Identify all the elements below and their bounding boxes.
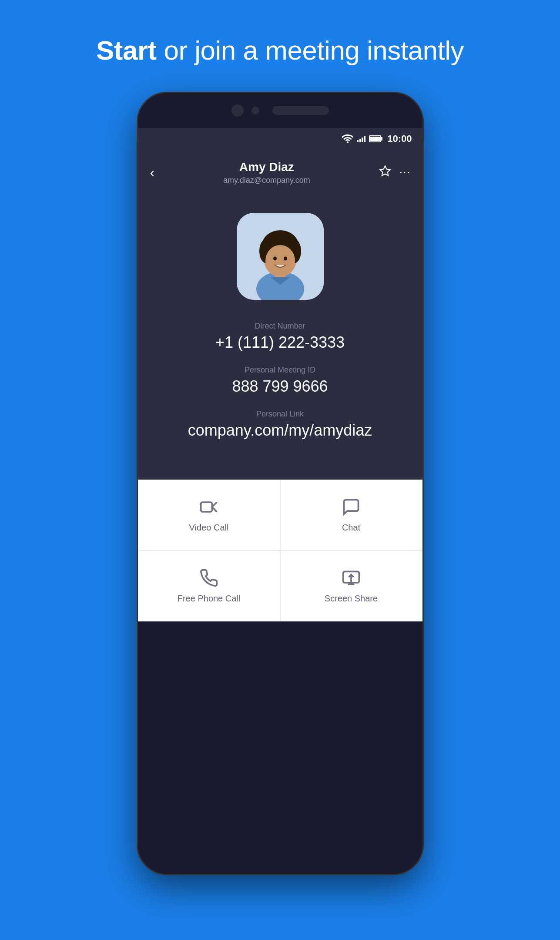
contact-name: Amy Diaz	[154, 160, 379, 174]
status-icons	[342, 134, 381, 143]
svg-point-14	[273, 257, 277, 261]
actions-section: Video Call Chat Free Phone Call	[138, 480, 423, 621]
screen-share-label: Screen Share	[325, 594, 378, 604]
free-phone-call-label: Free Phone Call	[178, 594, 241, 604]
contact-info: Amy Diaz amy.diaz@company.com	[154, 160, 379, 185]
profile-section: Direct Number +1 (111) 222-3333 Personal…	[138, 195, 423, 480]
avatar	[237, 213, 324, 300]
back-button[interactable]: ‹	[150, 164, 155, 181]
contact-email: amy.diaz@company.com	[154, 176, 379, 185]
svg-point-12	[293, 248, 300, 255]
header-section: Start or join a meeting instantly	[96, 0, 464, 92]
personal-link-section: Personal Link company.com/my/amydiaz	[188, 410, 372, 440]
direct-number-label: Direct Number	[215, 322, 345, 331]
video-call-button[interactable]: Video Call	[138, 480, 280, 551]
phone-frame: 10:00 ‹ Amy Diaz amy.diaz@company.com ⋯	[137, 92, 424, 875]
meeting-id-label: Personal Meeting ID	[232, 366, 328, 375]
chat-button[interactable]: Chat	[280, 480, 423, 551]
svg-point-13	[265, 245, 295, 276]
chat-label: Chat	[342, 523, 360, 533]
svg-rect-16	[201, 502, 212, 512]
meeting-id-value: 888 799 9666	[232, 377, 328, 396]
phone-call-icon	[199, 568, 218, 588]
chat-icon	[342, 497, 361, 517]
contact-header: ‹ Amy Diaz amy.diaz@company.com ⋯	[138, 150, 423, 195]
contact-actions: ⋯	[379, 165, 410, 180]
battery-icon	[369, 135, 381, 142]
header-bold: Start	[96, 35, 157, 65]
phone-camera-small	[251, 107, 259, 114]
direct-number-section: Direct Number +1 (111) 222-3333	[215, 322, 345, 352]
phone-camera	[231, 104, 244, 117]
favorite-button[interactable]	[379, 165, 391, 180]
header-rest: or join a meeting instantly	[157, 35, 464, 65]
free-phone-call-button[interactable]: Free Phone Call	[138, 551, 280, 621]
wifi-icon	[342, 134, 353, 143]
personal-link-label: Personal Link	[188, 410, 372, 419]
phone-speaker	[272, 106, 329, 115]
video-call-label: Video Call	[189, 523, 229, 533]
svg-point-11	[260, 248, 267, 255]
more-options-button[interactable]: ⋯	[399, 166, 410, 179]
svg-marker-0	[380, 166, 390, 175]
svg-point-15	[284, 257, 287, 261]
status-bar: 10:00	[138, 128, 423, 150]
direct-number-value: +1 (111) 222-3333	[215, 333, 345, 352]
status-time: 10:00	[387, 133, 412, 144]
meeting-id-section: Personal Meeting ID 888 799 9666	[232, 366, 328, 396]
signal-icon	[357, 135, 366, 142]
screen-share-icon	[342, 568, 361, 588]
video-call-icon	[199, 497, 218, 517]
screen-share-button[interactable]: Screen Share	[280, 551, 423, 621]
personal-link-value: company.com/my/amydiaz	[188, 421, 372, 440]
phone-top-bar	[138, 93, 423, 128]
